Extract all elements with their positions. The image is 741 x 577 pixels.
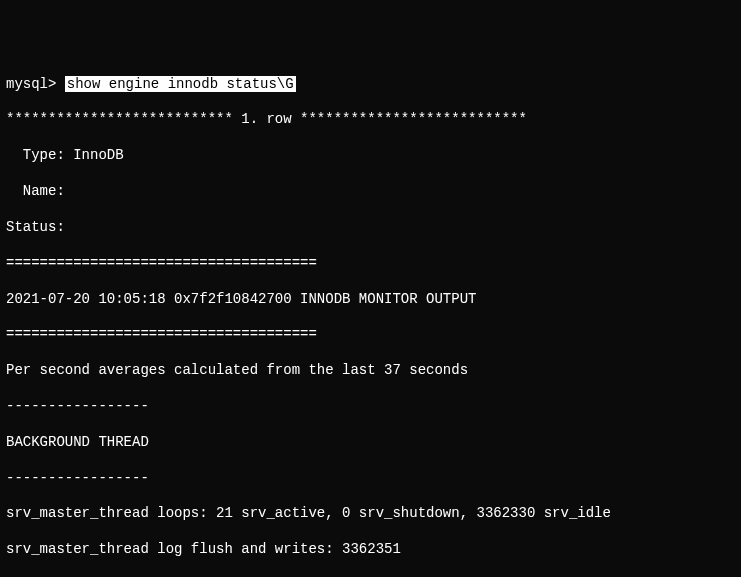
- hr-eq-top: =====================================: [6, 255, 735, 273]
- type-label: Type:: [6, 147, 73, 163]
- mysql-prompt: mysql>: [6, 76, 65, 92]
- prompt-line[interactable]: mysql> show engine innodb status\G: [6, 76, 735, 94]
- type-line: Type: InnoDB: [6, 147, 735, 165]
- bg-loops: srv_master_thread loops: 21 srv_active, …: [6, 505, 735, 523]
- bgthread-title: BACKGROUND THREAD: [6, 434, 735, 452]
- monitor-output-header: 2021-07-20 10:05:18 0x7f2f10842700 INNOD…: [6, 291, 735, 309]
- hr-eq-bottom: =====================================: [6, 326, 735, 344]
- row-header: *************************** 1. row *****…: [6, 111, 735, 129]
- bgthread-dash-bot: -----------------: [6, 470, 735, 488]
- type-value: InnoDB: [73, 147, 123, 163]
- bgthread-dash-top: -----------------: [6, 398, 735, 416]
- name-line: Name:: [6, 183, 735, 201]
- bg-log: srv_master_thread log flush and writes: …: [6, 541, 735, 559]
- status-line: Status:: [6, 219, 735, 237]
- per-second-averages: Per second averages calculated from the …: [6, 362, 735, 380]
- sql-command: show engine innodb status\G: [65, 76, 296, 92]
